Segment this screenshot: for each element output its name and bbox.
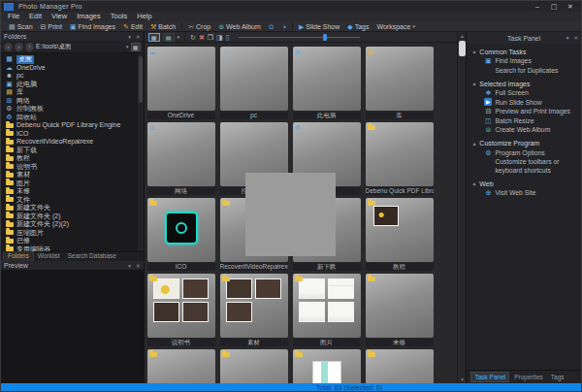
adjust-button[interactable]: ◑ — [278, 21, 290, 32]
grid-tile-未修[interactable]: 未修 — [366, 274, 434, 349]
grid-tile-pc[interactable]: ☻pc — [220, 47, 288, 122]
filter-icon[interactable]: ▯ — [226, 33, 230, 42]
menu-item-images[interactable]: Images — [72, 12, 106, 21]
task-item-search-for-duplicates[interactable]: Search for Duplicates — [471, 66, 577, 76]
tree-item-recoveritvideorepairexe[interactable]: RecoveritVideoRepairexe — [5, 138, 144, 147]
edit-button[interactable]: ✎Edit — [119, 21, 146, 32]
tree-item-教程[interactable]: 教程 — [5, 154, 144, 163]
delete-icon[interactable]: ✖ — [199, 33, 205, 42]
tab-search-database[interactable]: Search Database — [64, 251, 120, 261]
tree-item-新建文件夹[interactable]: 新建文件夹 — [5, 204, 144, 212]
close-icon[interactable]: ✕ — [136, 263, 141, 269]
auto-hide-icon[interactable]: ▾ — [128, 34, 131, 40]
task-section-header[interactable]: ▲Customize Program — [471, 139, 577, 148]
tab-tags[interactable]: Tags — [548, 373, 567, 381]
menu-item-edit[interactable]: Edit — [24, 12, 47, 21]
tab-worklist[interactable]: Worklist — [34, 251, 64, 261]
crop-button[interactable]: ✂Crop — [184, 21, 214, 32]
menu-item-tools[interactable]: Tools — [106, 12, 133, 21]
grid-tile-unlabeled[interactable] — [147, 349, 215, 383]
grid-tile-此电脑[interactable]: ▣此电脑 — [293, 47, 361, 122]
thumbnail-size-slider[interactable] — [239, 33, 360, 42]
scrollbar-thumb[interactable] — [459, 41, 466, 56]
grid-tile-onedrive[interactable]: ☁OneDrive — [147, 47, 215, 122]
zoom-button[interactable]: ⊙ — [265, 21, 278, 32]
task-item-full-screen[interactable]: ❖Full Screen — [471, 88, 577, 98]
thumbnails-view-button[interactable]: ▦ — [148, 33, 160, 42]
tree-item-新建文件夹-2-2-[interactable]: 新建文件夹 (2)(2) — [5, 220, 144, 229]
grid-tile-教程[interactable]: 教程 — [366, 198, 434, 274]
tags-button[interactable]: ◆Tags — [343, 21, 372, 32]
scroll-down-icon[interactable]: ▼ — [458, 376, 466, 382]
auto-hide-icon[interactable]: ▾ — [566, 35, 569, 41]
task-item-visit-web-site[interactable]: ⊕Visit Web Site — [471, 188, 577, 198]
forward-button[interactable]: › — [15, 43, 23, 51]
tree-item-已修[interactable]: 已修 — [5, 237, 144, 245]
browse-button[interactable]: ▦ — [131, 43, 141, 51]
task-item-program-options[interactable]: ⚙Program Options — [471, 148, 577, 158]
tree-item-图片[interactable]: 图片 — [5, 180, 144, 188]
tree-item-说明书[interactable]: 说明书 — [5, 163, 144, 172]
tree-item-文件[interactable]: 文件 — [5, 196, 144, 205]
tree-scrollbar[interactable] — [138, 53, 144, 251]
menu-item-help[interactable]: Help — [132, 12, 156, 21]
grid-tile-网络[interactable]: ⊞网络 — [147, 122, 215, 198]
tree-item-专用编辑器[interactable]: 专用编辑器 — [5, 245, 144, 252]
tab-folders[interactable]: Folders — [3, 250, 34, 261]
slide-show-button[interactable]: ▶Slide Show — [295, 21, 343, 32]
grid-tile-unlabeled[interactable] — [366, 349, 434, 383]
close-icon[interactable]: ✕ — [136, 34, 141, 40]
minimize-button[interactable]: – — [530, 2, 545, 12]
batch-button[interactable]: ⚒Batch — [146, 21, 179, 32]
tree-item-debenu-quick-pdf-library-engine[interactable]: Debenu Quick PDF Library Engine — [5, 121, 144, 130]
slider-thumb[interactable] — [323, 34, 327, 41]
task-item-run-slide-show[interactable]: ▶Run Slide Show — [471, 98, 577, 108]
menu-item-file[interactable]: File — [3, 12, 24, 21]
grid-tile-unlabeled[interactable] — [293, 349, 361, 383]
grid-tile-说明书[interactable]: 说明书 — [147, 274, 215, 349]
rotate-icon[interactable]: ↻ — [190, 33, 196, 42]
maximize-button[interactable]: ▢ — [546, 2, 562, 12]
task-section-header[interactable]: ▲Selected Images — [471, 79, 577, 88]
back-button[interactable]: ‹ — [4, 43, 13, 51]
grid-tile-库[interactable]: ▤库 — [366, 47, 434, 122]
workspace-button[interactable]: Workspace▾ — [372, 21, 418, 32]
grid-tile-debenu-quick-pdf-library-[interactable]: Debenu Quick PDF Library ... — [366, 122, 434, 198]
tab-properties[interactable]: Properties — [511, 373, 546, 381]
tree-item-压缩图片[interactable]: 压缩图片 — [5, 229, 144, 238]
tree-item-新下载[interactable]: 新下载 — [5, 147, 144, 155]
tree-item-桌面[interactable]: ▦桌面 — [5, 55, 144, 64]
find-images-button[interactable]: ▣Find Images — [66, 21, 119, 32]
task-item-customize-toolbars-or-keyboard-shortcuts[interactable]: Customize toolbars or keyboard shortcuts — [471, 157, 577, 175]
tree-item-onedrive[interactable]: ☁OneDrive — [5, 64, 144, 73]
tree-item-ico[interactable]: ICO — [5, 130, 144, 139]
grid-tile-素材[interactable]: 素材 — [220, 274, 288, 349]
tree-item-新建文件夹-2-[interactable]: 新建文件夹 (2) — [5, 212, 144, 221]
menu-item-view[interactable]: View — [47, 12, 72, 21]
scan-button[interactable]: ▤Scan — [5, 21, 37, 32]
grid-tile-图片[interactable]: 图片 — [293, 274, 361, 349]
print-button[interactable]: ⊟Print — [37, 21, 66, 32]
grid-scrollbar[interactable]: ▲ ▼ — [457, 32, 466, 383]
tree-item-回收站[interactable]: ♻回收站 — [5, 114, 144, 122]
close-icon[interactable]: ✕ — [573, 35, 578, 41]
grid-tile-unlabeled[interactable] — [220, 349, 288, 383]
task-item-create-web-album[interactable]: ⊛Create Web Album — [471, 125, 577, 135]
task-item-find-images[interactable]: ▣Find Images — [471, 56, 577, 66]
tree-item-未修[interactable]: 未修 — [5, 187, 144, 196]
scrollbar-thumb[interactable] — [139, 56, 143, 103]
up-button[interactable]: ↑ — [25, 43, 34, 51]
copy-icon[interactable]: ❐ — [208, 33, 213, 42]
compare-icon[interactable]: ◨ — [216, 33, 223, 42]
task-section-header[interactable]: ▲Common Tasks — [471, 47, 577, 56]
grid-tile-ico[interactable]: ICO — [147, 198, 215, 274]
tree-item-控制面板[interactable]: ⚙控制面板 — [5, 105, 144, 114]
tree-item-pc[interactable]: ☻pc — [5, 72, 144, 81]
web-album-button[interactable]: ⊛Web Album — [214, 21, 265, 32]
tab-task-panel[interactable]: Task Panel — [470, 372, 509, 382]
path-dropdown-icon[interactable]: ▾ — [126, 44, 129, 49]
sort-dropdown-icon[interactable]: ▾ — [178, 34, 180, 40]
scroll-up-icon[interactable]: ▲ — [458, 33, 466, 39]
tree-item-网络[interactable]: ⊞网络 — [5, 97, 144, 106]
task-item-batch-resize[interactable]: ◫Batch Resize — [471, 116, 577, 126]
